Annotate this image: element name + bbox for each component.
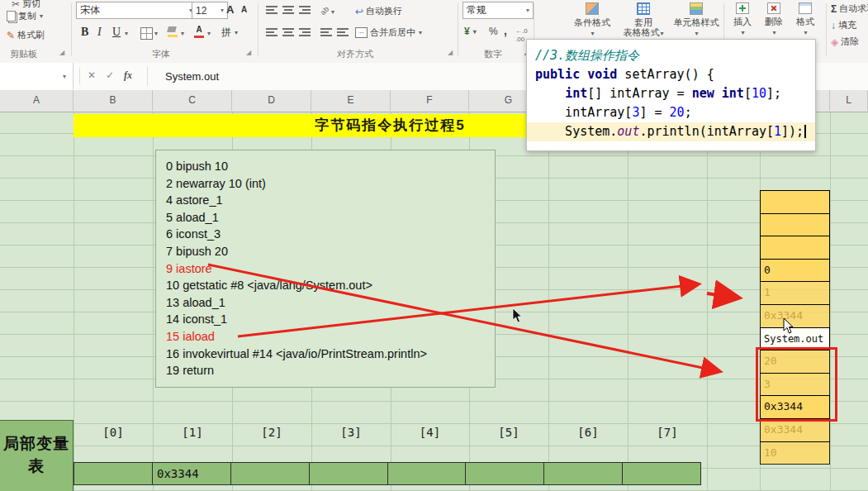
fill-color-dropdown-icon[interactable]: ▾ <box>181 30 184 37</box>
align-center-icon[interactable] <box>282 27 294 36</box>
copy-button[interactable]: 复制▾ <box>7 10 43 22</box>
local-var-cell[interactable] <box>309 462 388 485</box>
column-header-F[interactable]: F <box>391 90 469 111</box>
sigma-icon: Σ <box>831 3 837 15</box>
clipboard-group-label: 剪贴板 <box>10 48 37 60</box>
bytecode-line: 9 iastore <box>166 260 485 278</box>
conditional-formatting-button[interactable]: 条件格式 ▾ <box>570 2 614 38</box>
local-var-index: [2] <box>232 423 311 441</box>
stack-cell: 10 <box>760 441 830 465</box>
insert-cells-button[interactable]: 插入 ▾ <box>728 2 757 37</box>
align-bottom-icon[interactable] <box>299 5 311 14</box>
borders-dropdown-icon[interactable]: ▾ <box>154 30 158 37</box>
autosum-button[interactable]: Σ自动求和 <box>831 2 868 15</box>
phonetic-guide-button[interactable]: 拼▾ <box>221 26 238 40</box>
code-overlay-panel: //3.数组操作指令public void setArray() { int[]… <box>526 39 816 151</box>
font-color-icon[interactable]: A <box>193 26 205 38</box>
clear-button[interactable]: ◈清除 <box>831 36 859 48</box>
column-header-A[interactable]: A <box>0 90 74 111</box>
local-var-cell[interactable] <box>74 462 153 485</box>
formula-input[interactable]: System.out <box>165 70 219 83</box>
local-var-index: [7] <box>628 423 707 441</box>
format-cells-button[interactable]: 格式 ▾ <box>791 2 819 37</box>
wrap-text-icon: ↩ <box>355 6 363 17</box>
align-left-icon[interactable] <box>266 27 277 36</box>
operand-stack: 010x3344System.out2030x33440x334410 <box>760 190 830 465</box>
grow-font-button[interactable]: A <box>226 3 234 16</box>
gridline <box>830 112 831 491</box>
shrink-font-button[interactable]: A <box>241 5 247 14</box>
merge-center-button[interactable]: ↔合并后居中▾ <box>355 26 422 39</box>
local-var-index: [6] <box>548 423 628 441</box>
orientation-dropdown-icon[interactable]: ▾ <box>331 8 334 16</box>
clipboard-dialog-launcher-icon[interactable]: ◢ <box>59 49 64 56</box>
group-separator <box>458 3 458 56</box>
underline-dropdown-icon[interactable]: ▾ <box>125 30 128 37</box>
cell-styles-button[interactable]: 单元格样式 ▾ <box>671 2 722 38</box>
bold-button[interactable]: B <box>81 26 88 39</box>
name-box-dropdown-icon[interactable]: ▾ <box>63 73 66 80</box>
insert-function-icon[interactable]: fx <box>124 69 132 82</box>
cut-button[interactable]: ✂剪切 <box>12 0 40 10</box>
bytecode-line: 10 getstatic #8 <java/lang/System.out> <box>166 277 485 294</box>
align-right-icon[interactable] <box>299 27 311 36</box>
number-group-label: 数字 <box>484 48 502 60</box>
comma-style-icon[interactable]: , <box>504 24 507 37</box>
alignment-dialog-launcher-icon[interactable]: ◢ <box>448 49 453 56</box>
stack-cell: 0x3344 <box>760 304 830 328</box>
font-name-combo[interactable]: 宋体▾ <box>76 2 197 19</box>
font-dialog-launcher-icon[interactable]: ◢ <box>246 49 251 56</box>
stack-cell <box>760 236 830 260</box>
column-header-C[interactable]: C <box>153 90 232 111</box>
increase-indent-icon[interactable] <box>337 27 349 36</box>
font-color-dropdown-icon[interactable]: ▾ <box>207 30 211 37</box>
align-top-icon[interactable] <box>266 5 277 14</box>
increase-decimal-icon[interactable]: ←.0 <box>515 27 528 35</box>
number-format-combo[interactable]: 常规▾ <box>462 2 534 19</box>
local-var-cell[interactable] <box>543 462 623 485</box>
borders-icon[interactable] <box>140 27 153 40</box>
percent-style-icon[interactable]: % <box>489 26 498 37</box>
stack-cell: 1 <box>760 281 830 305</box>
divider <box>79 68 80 84</box>
bytecode-line: 4 astore_1 <box>166 192 485 209</box>
enter-icon[interactable]: ✓ <box>106 69 114 81</box>
insert-cells-icon <box>736 2 749 14</box>
cancel-icon[interactable]: ✕ <box>88 69 96 81</box>
italic-button[interactable]: I <box>97 26 102 39</box>
fill-color-icon[interactable] <box>167 26 178 38</box>
format-painter-icon: ✎ <box>7 30 15 41</box>
fill-down-icon: ↓ <box>831 20 836 31</box>
accounting-format-icon[interactable]: ¥▾ <box>464 26 477 37</box>
cell-styles-icon <box>690 2 703 15</box>
bytecode-line: 0 bipush 10 <box>166 158 485 175</box>
column-header-L[interactable]: L <box>830 90 868 111</box>
wrap-text-button[interactable]: ↩自动换行 <box>355 5 402 17</box>
decrease-indent-icon[interactable] <box>320 27 332 36</box>
local-var-cell[interactable] <box>622 462 701 485</box>
local-var-cell[interactable] <box>387 462 466 485</box>
local-var-cell[interactable] <box>230 462 310 485</box>
underline-button[interactable]: U <box>112 26 121 39</box>
column-header-B[interactable]: B <box>74 90 153 111</box>
local-vars-title-cell[interactable]: 局部变量表 <box>0 420 74 491</box>
column-header-D[interactable]: D <box>232 90 311 111</box>
orientation-icon[interactable]: ab <box>319 5 330 17</box>
copy-icon <box>7 11 16 21</box>
font-size-combo[interactable]: 12▾ <box>192 2 228 19</box>
local-var-cell[interactable]: 0x3344 <box>152 462 231 485</box>
alignment-group-label: 对齐方式 <box>337 48 373 60</box>
format-painter-button[interactable]: ✎格式刷 <box>7 29 45 41</box>
code-line: int[] intArray = new int[10]; <box>535 84 807 103</box>
column-header-E[interactable]: E <box>311 90 391 111</box>
format-as-table-button[interactable]: 套用 表格格式▾ <box>619 2 667 38</box>
bytecode-line: 16 invokevirtual #14 <java/io/PrintStrea… <box>166 346 485 363</box>
code-line: public void setArray() { <box>535 65 807 84</box>
code-line: System.out.println(intArray[1]); <box>527 122 815 141</box>
stack-cell <box>760 190 830 214</box>
bytecode-panel[interactable]: 0 bipush 102 newarray 10 (int)4 astore_1… <box>155 150 496 388</box>
align-middle-icon[interactable] <box>282 5 294 14</box>
delete-cells-button[interactable]: 删除 ▾ <box>760 2 788 37</box>
fill-button[interactable]: ↓填充 <box>831 19 856 31</box>
local-var-cell[interactable] <box>465 462 544 485</box>
